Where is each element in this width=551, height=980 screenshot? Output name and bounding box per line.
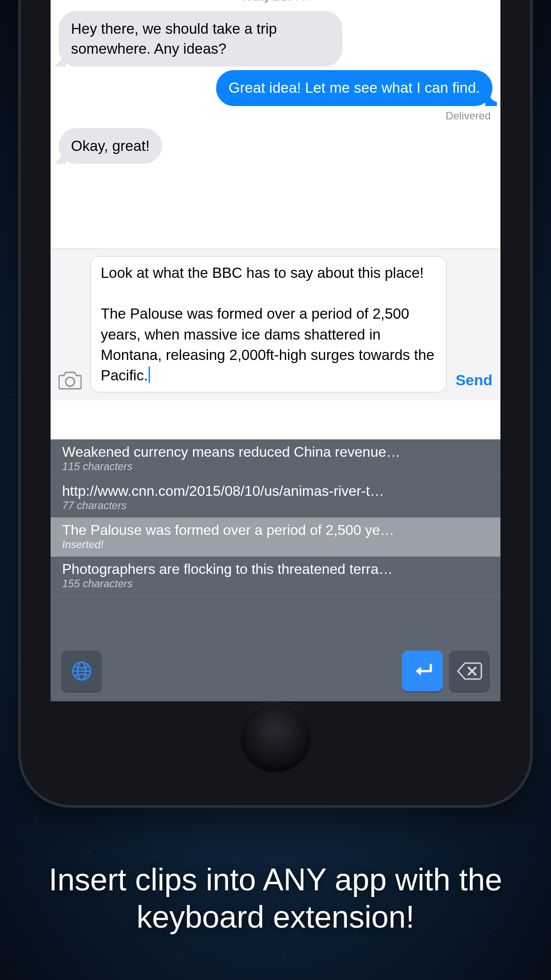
timestamp-time: 2:26 PM	[272, 0, 311, 3]
screen: Today 2:26 PM Hey there, we should take …	[51, 0, 500, 701]
clip-meta: 77 characters	[62, 499, 489, 512]
keyboard-toolbar	[51, 643, 500, 701]
clip-meta: Inserted!	[62, 538, 489, 551]
clip-meta: 115 characters	[62, 460, 489, 473]
globe-button[interactable]	[61, 651, 102, 692]
clip-title: Photographers are flocking to this threa…	[62, 561, 489, 577]
message-text: Great idea! Let me see what I can find.	[228, 79, 480, 96]
keyboard-extension: Weakened currency means reduced China re…	[51, 439, 500, 701]
promo-caption: Insert clips into ANY app with the keybo…	[0, 861, 551, 936]
return-icon	[410, 662, 434, 680]
clip-item-selected[interactable]: The Palouse was formed over a period of …	[51, 518, 500, 557]
return-button[interactable]	[402, 651, 443, 692]
clip-title: Weakened currency means reduced China re…	[62, 444, 489, 460]
message-input-text: Look at what the BBC has to say about th…	[101, 265, 438, 383]
clip-title: http://www.cnn.com/2015/08/10/us/animas-…	[62, 483, 489, 499]
message-incoming: Okay, great!	[59, 128, 162, 164]
conversation: Today 2:26 PM Hey there, we should take …	[51, 0, 500, 164]
message-incoming: Hey there, we should take a trip somewhe…	[59, 11, 342, 67]
timestamp-day: Today	[240, 0, 270, 3]
message-outgoing: Great idea! Let me see what I can find.	[216, 70, 492, 106]
clip-item[interactable]: http://www.cnn.com/2015/08/10/us/animas-…	[51, 478, 500, 518]
message-text: Hey there, we should take a trip somewhe…	[71, 20, 277, 57]
camera-button[interactable]	[59, 370, 82, 392]
clip-item[interactable]: Photographers are flocking to this threa…	[51, 557, 500, 596]
backspace-icon	[456, 661, 483, 681]
svg-point-0	[66, 377, 75, 386]
clip-item[interactable]: Weakened currency means reduced China re…	[51, 439, 500, 478]
message-text: Okay, great!	[71, 138, 150, 154]
text-cursor	[149, 367, 150, 383]
globe-icon	[71, 660, 93, 682]
send-button[interactable]: Send	[456, 371, 492, 392]
home-button[interactable]	[240, 701, 311, 772]
clip-meta: 155 characters	[62, 577, 489, 590]
backspace-button[interactable]	[449, 651, 490, 692]
clip-title: The Palouse was formed over a period of …	[62, 522, 489, 538]
phone-frame: Today 2:26 PM Hey there, we should take …	[18, 0, 533, 808]
message-input[interactable]: Look at what the BBC has to say about th…	[91, 256, 447, 392]
timestamp: Today 2:26 PM	[59, 0, 492, 3]
compose-bar: Look at what the BBC has to say about th…	[51, 249, 500, 400]
camera-icon	[59, 370, 82, 390]
delivered-status: Delivered	[59, 110, 491, 122]
